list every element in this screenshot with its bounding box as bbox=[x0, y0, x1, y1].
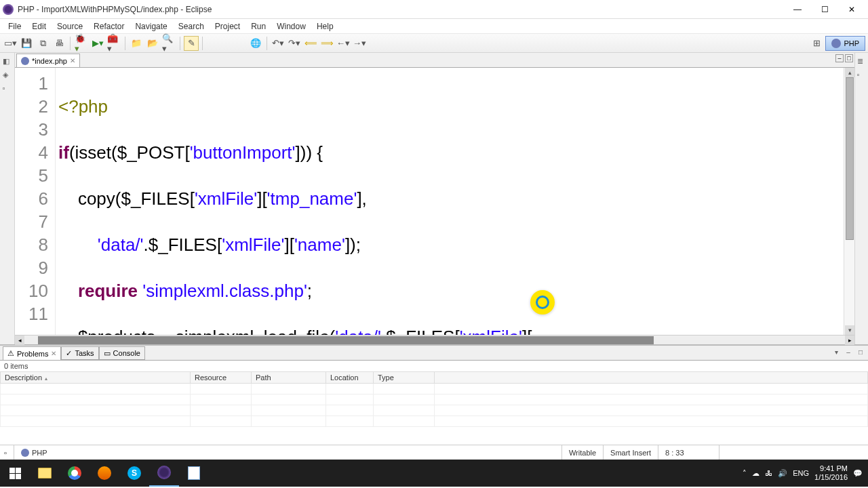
windows-taskbar: S ˄ ☁ 🖧 🔊 ENG 9:41 PM 1/15/2016 💬 bbox=[0, 460, 868, 487]
window-title: PHP - ImportXMLWithPHPMySQL/index.php - … bbox=[18, 5, 784, 14]
tray-onedrive-icon[interactable]: ☁ bbox=[752, 469, 760, 478]
system-tray[interactable]: ˄ ☁ 🖧 🔊 ENG 9:41 PM 1/15/2016 💬 bbox=[737, 464, 868, 482]
col-location[interactable]: Location bbox=[326, 372, 374, 384]
restore-icon[interactable]: ▫ bbox=[857, 70, 867, 80]
notepad-button[interactable] bbox=[179, 460, 209, 487]
editor-tab-index-php[interactable]: *index.php ✕ bbox=[16, 54, 80, 67]
start-button[interactable] bbox=[0, 460, 30, 487]
toggle-mark-button[interactable]: ✎ bbox=[184, 36, 199, 51]
horizontal-scrollbar-thumb[interactable] bbox=[38, 336, 654, 344]
scroll-up-icon[interactable]: ▴ bbox=[845, 68, 854, 77]
close-tab-icon[interactable]: ✕ bbox=[51, 350, 56, 357]
menu-run[interactable]: Run bbox=[245, 20, 271, 33]
tray-notifications-icon[interactable]: 💬 bbox=[853, 469, 863, 478]
chrome-icon bbox=[68, 466, 81, 480]
close-button[interactable]: ✕ bbox=[838, 1, 865, 18]
toolbar-separator bbox=[125, 37, 125, 50]
scroll-right-icon[interactable]: ▸ bbox=[845, 336, 854, 345]
menu-bar: File Edit Source Refactor Navigate Searc… bbox=[0, 19, 868, 34]
menu-refactor[interactable]: Refactor bbox=[88, 20, 130, 33]
php-perspective-icon bbox=[831, 39, 841, 48]
minimize-editor-icon[interactable]: – bbox=[835, 54, 844, 62]
minimize-button[interactable]: — bbox=[784, 1, 811, 18]
menu-window[interactable]: Window bbox=[271, 20, 311, 33]
tab-console[interactable]: ▭ Console bbox=[99, 346, 145, 360]
toolbar-separator bbox=[267, 37, 267, 50]
outline-icon[interactable]: ≣ bbox=[857, 57, 867, 66]
php-explorer-icon[interactable]: ◧ bbox=[3, 57, 12, 66]
scroll-left-icon[interactable]: ◂ bbox=[15, 336, 24, 345]
menu-source[interactable]: Source bbox=[52, 20, 88, 33]
line-number-gutter: 1 2 3 4 5 6 7 8 9 10 11 bbox=[15, 68, 56, 335]
file-explorer-button[interactable] bbox=[30, 460, 60, 487]
eclipse-button[interactable] bbox=[149, 460, 179, 487]
menu-edit[interactable]: Edit bbox=[26, 20, 52, 33]
new-button[interactable]: ▭▾ bbox=[3, 36, 18, 51]
status-writable: Writable bbox=[561, 445, 603, 460]
scroll-down-icon[interactable]: ▾ bbox=[845, 325, 854, 335]
perspective-php[interactable]: PHP bbox=[825, 36, 865, 51]
maximize-button[interactable]: ☐ bbox=[811, 1, 838, 18]
maximize-panel-icon[interactable]: □ bbox=[856, 347, 865, 357]
tray-language[interactable]: ENG bbox=[793, 469, 809, 477]
folder-icon bbox=[38, 468, 52, 479]
tab-problems-label: Problems bbox=[17, 350, 48, 358]
save-button[interactable]: 💾 bbox=[19, 36, 34, 51]
status-icon: ▫ bbox=[0, 445, 14, 460]
col-path[interactable]: Path bbox=[252, 372, 326, 384]
save-all-button[interactable]: ⧉ bbox=[35, 36, 50, 51]
menu-search[interactable]: Search bbox=[173, 20, 210, 33]
code-editor[interactable]: <?php if(isset($_POST['buttonImport'])) … bbox=[56, 68, 844, 335]
ext-tools-button[interactable]: 🧰▾ bbox=[106, 36, 121, 51]
problems-table[interactable]: Description▴ Resource Path Location Type bbox=[0, 371, 868, 445]
tray-volume-icon[interactable]: 🔊 bbox=[778, 469, 787, 478]
debug-button[interactable]: 🐞▾ bbox=[74, 36, 89, 51]
skype-button[interactable]: S bbox=[119, 460, 149, 487]
overview-ruler[interactable]: ▴ ▾ bbox=[844, 68, 854, 335]
forward-button[interactable]: ⟹ bbox=[319, 36, 334, 51]
next-annotation-button[interactable]: ↷▾ bbox=[287, 36, 302, 51]
col-resource[interactable]: Resource bbox=[191, 372, 252, 384]
open-type-button[interactable]: 📁 bbox=[129, 36, 144, 51]
back-button[interactable]: ⟸ bbox=[303, 36, 318, 51]
tray-clock[interactable]: 9:41 PM 1/15/2016 bbox=[814, 464, 848, 482]
type-hierarchy-icon[interactable]: ◈ bbox=[3, 70, 12, 80]
web-browser-button[interactable]: 🌐 bbox=[248, 36, 263, 51]
nav-forward-button[interactable]: →▾ bbox=[352, 36, 367, 51]
tab-tasks[interactable]: ✓ Tasks bbox=[61, 346, 98, 360]
tab-tasks-label: Tasks bbox=[75, 349, 94, 357]
horizontal-scrollbar[interactable]: ◂ ▸ bbox=[15, 335, 854, 344]
notepad-icon bbox=[188, 466, 200, 480]
open-perspective-button[interactable]: ⊞ bbox=[809, 36, 824, 51]
right-view-stack: ≣ ▫ bbox=[854, 53, 868, 344]
col-type[interactable]: Type bbox=[374, 372, 435, 384]
nav-back-button[interactable]: ←▾ bbox=[336, 36, 351, 51]
skype-icon: S bbox=[127, 466, 141, 480]
tab-problems[interactable]: ⚠ Problems ✕ bbox=[3, 346, 61, 360]
problems-count-label: 0 items bbox=[0, 361, 868, 371]
left-view-stack: ◧ ◈ ▫ bbox=[0, 53, 15, 344]
open-task-button[interactable]: 📂 bbox=[145, 36, 160, 51]
print-button[interactable]: 🖶 bbox=[52, 36, 66, 51]
vertical-scrollbar-thumb[interactable] bbox=[846, 77, 854, 240]
menu-navigate[interactable]: Navigate bbox=[130, 20, 172, 33]
last-edit-button[interactable]: ↶▾ bbox=[271, 36, 285, 51]
view-menu-icon[interactable]: ▾ bbox=[831, 347, 841, 357]
sort-asc-icon[interactable]: ▴ bbox=[45, 375, 47, 382]
firefox-button[interactable] bbox=[90, 460, 119, 487]
title-bar: PHP - ImportXMLWithPHPMySQL/index.php - … bbox=[0, 0, 868, 19]
eclipse-app-icon bbox=[3, 4, 14, 15]
tray-chevron-icon[interactable]: ˄ bbox=[743, 469, 747, 478]
status-bar: ▫ PHP Writable Smart Insert 8 : 33 bbox=[0, 445, 868, 460]
menu-help[interactable]: Help bbox=[311, 20, 339, 33]
maximize-editor-icon[interactable]: □ bbox=[845, 54, 853, 62]
run-button[interactable]: ▶▾ bbox=[90, 36, 105, 51]
minimize-panel-icon[interactable]: – bbox=[844, 347, 853, 357]
tray-network-icon[interactable]: 🖧 bbox=[765, 469, 772, 477]
close-tab-icon[interactable]: ✕ bbox=[70, 57, 75, 64]
menu-file[interactable]: File bbox=[3, 20, 26, 33]
search-button[interactable]: 🔍▾ bbox=[161, 36, 176, 51]
menu-project[interactable]: Project bbox=[210, 20, 245, 33]
restore-icon[interactable]: ▫ bbox=[3, 84, 12, 94]
chrome-button[interactable] bbox=[60, 460, 90, 487]
